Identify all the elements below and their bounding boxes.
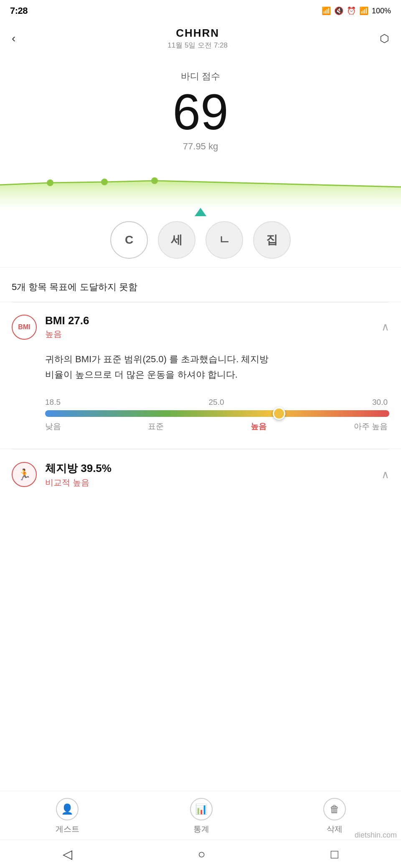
body-fat-left: 🏃 체지방 39.5% 비교적 높음 — [12, 461, 112, 488]
body-fat-card: 🏃 체지방 39.5% 비교적 높음 ∧ — [0, 449, 401, 496]
svg-point-1 — [101, 179, 108, 185]
summary-section: 5개 항목 목표에 도달하지 못함 — [0, 267, 401, 302]
signal-icon: 📶 — [359, 6, 368, 15]
avatar-indicator — [195, 208, 206, 216]
delete-label: 삭제 — [327, 824, 343, 835]
bmi-slider-section: 18.5 25.0 30.0 낮음 표준 높음 아주 높음 — [12, 398, 389, 449]
avatar-jip[interactable]: 집 — [253, 221, 291, 259]
share-button[interactable]: ⬡ — [380, 32, 389, 45]
stats-label: 통계 — [193, 824, 209, 835]
guest-label: 게스트 — [56, 824, 79, 835]
bmi-high: 높음 — [251, 421, 266, 432]
nav-guest[interactable]: 👤 게스트 — [56, 798, 79, 835]
watermark: dietshin.com — [355, 831, 397, 840]
bmi-left: BMI BMI 27.6 높음 — [12, 314, 89, 340]
body-fat-chevron[interactable]: ∧ — [381, 468, 389, 481]
indicator-triangle — [195, 208, 206, 216]
system-nav-bar: ◁ ○ □ — [0, 840, 401, 868]
bmi-labels-top: 18.5 25.0 30.0 — [45, 398, 389, 410]
back-button[interactable]: ‹ — [12, 32, 15, 45]
status-time: 7:28 — [10, 5, 28, 16]
bmi-very-high: 아주 높음 — [354, 421, 388, 432]
nav-stats[interactable]: 📊 통계 — [190, 798, 213, 835]
avatar-se[interactable]: 세 — [158, 221, 195, 259]
bmi-title: BMI 27.6 — [45, 314, 89, 327]
summary-text: 5개 항목 목표에 도달하지 못함 — [12, 281, 389, 293]
body-fat-icon-img: 🏃 — [18, 468, 31, 481]
battery-icon: 100% — [372, 7, 391, 15]
body-fat-header[interactable]: 🏃 체지방 39.5% 비교적 높음 ∧ — [12, 449, 389, 496]
bmi-normal: 표준 — [148, 421, 164, 432]
bmi-header[interactable]: BMI BMI 27.6 높음 ∧ — [12, 302, 389, 347]
alarm-icon: ⏰ — [347, 6, 356, 15]
bottom-nav: 👤 게스트 📊 통계 🗑 삭제 — [0, 791, 401, 840]
nav-delete[interactable]: 🗑 삭제 — [323, 798, 346, 835]
body-weight: 77.95 kg — [0, 141, 401, 152]
body-fat-title-group: 체지방 39.5% 비교적 높음 — [45, 461, 112, 488]
header-center: CHHRN 11월 5일 오전 7:28 — [168, 27, 228, 50]
body-score-number: 69 — [0, 87, 401, 137]
bmi-track[interactable] — [45, 410, 389, 417]
header-title: CHHRN — [168, 27, 228, 40]
bmi-icon: BMI — [12, 315, 37, 340]
bmi-thumb[interactable] — [273, 407, 285, 420]
avatar-c[interactable]: C — [110, 221, 148, 259]
delete-icon: 🗑 — [323, 798, 346, 820]
body-fat-subtitle: 비교적 높음 — [45, 477, 112, 488]
header-subtitle: 11월 5일 오전 7:28 — [168, 40, 228, 50]
chart-svg — [0, 162, 401, 208]
body-score-section: 바디 점수 69 77.95 kg — [0, 53, 401, 152]
recents-nav-button[interactable]: □ — [318, 844, 351, 865]
avatar-n[interactable]: ㄴ — [206, 221, 243, 259]
mute-icon: 🔇 — [334, 6, 343, 15]
avatar-row: C 세 ㄴ 집 — [0, 208, 401, 267]
bmi-card: BMI BMI 27.6 높음 ∧ 귀하의 BMI가 표준 범위(25.0) 를… — [0, 302, 401, 449]
bmi-icon-text: BMI — [18, 323, 30, 331]
weight-chart — [0, 162, 401, 208]
home-nav-button[interactable]: ○ — [185, 844, 218, 865]
bmi-chevron[interactable]: ∧ — [381, 320, 389, 333]
guest-icon: 👤 — [56, 798, 79, 820]
bmi-subtitle: 높음 — [45, 328, 89, 340]
bmi-labels-bottom: 낮음 표준 높음 아주 높음 — [45, 421, 389, 432]
bmi-label-185: 18.5 — [45, 398, 61, 407]
bmi-low: 낮음 — [45, 421, 61, 432]
bmi-description: 귀하의 BMI가 표준 범위(25.0) 를 초과했습니다. 체지방 비율이 높… — [12, 347, 389, 398]
bmi-label-250: 25.0 — [209, 398, 224, 407]
body-fat-title: 체지방 39.5% — [45, 461, 112, 476]
bmi-title-group: BMI 27.6 높음 — [45, 314, 89, 340]
stats-icon: 📊 — [190, 798, 213, 820]
bmi-label-300: 30.0 — [372, 398, 388, 407]
status-icons: 📶 🔇 ⏰ 📶 100% — [322, 6, 391, 15]
status-bar: 7:28 📶 🔇 ⏰ 📶 100% — [0, 0, 401, 20]
svg-point-0 — [47, 179, 53, 186]
bmi-gradient — [45, 410, 389, 417]
header: ‹ CHHRN 11월 5일 오전 7:28 ⬡ — [0, 20, 401, 53]
body-fat-icon: 🏃 — [12, 462, 37, 487]
body-score-label: 바디 점수 — [0, 70, 401, 83]
bluetooth-icon: 📶 — [322, 6, 331, 15]
back-nav-button[interactable]: ◁ — [50, 843, 85, 865]
svg-point-2 — [151, 177, 158, 184]
